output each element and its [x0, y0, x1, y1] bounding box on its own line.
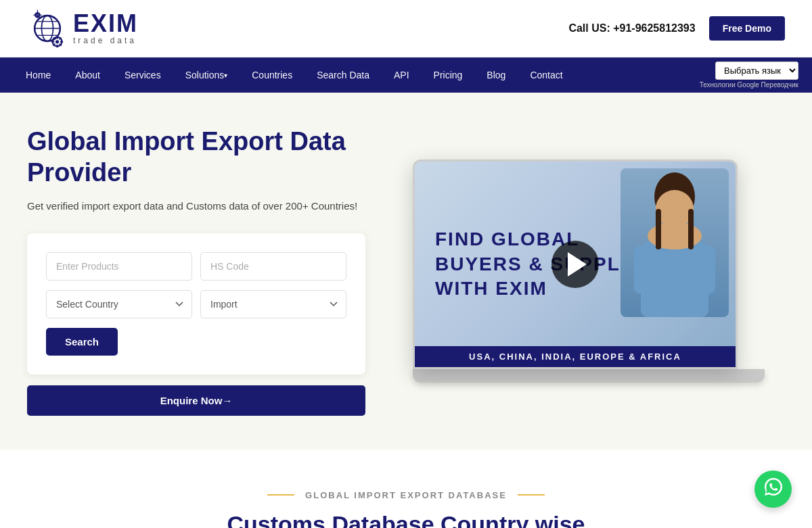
logo-brand: EXIM [73, 11, 138, 36]
video-frame: FIND GLOBALBUYERS & SUPPLIERSWITH EXIM [413, 160, 738, 369]
nav-about[interactable]: About [63, 57, 112, 93]
nav-countries[interactable]: Countries [240, 57, 304, 93]
nav-blog[interactable]: Blog [474, 57, 518, 93]
phone-number: +91-9625812393 [613, 22, 695, 34]
badge-line-left [267, 494, 294, 496]
header-right: Call US: +91-9625812393 Free Demo [568, 16, 785, 41]
nav-api[interactable]: API [382, 57, 422, 93]
form-row-3: Search [46, 328, 346, 356]
nav-home[interactable]: Home [14, 57, 63, 93]
header: EXIM trade data Call US: +91-9625812393 … [0, 0, 812, 57]
country-select[interactable]: Select Country USA China India Germany U… [46, 290, 192, 318]
laptop-container: FIND GLOBALBUYERS & SUPPLIERSWITH EXIM [413, 160, 765, 383]
hero-title: Global Import Export Data Provider [27, 126, 365, 188]
enquire-button[interactable]: Enquire Now→ [27, 385, 365, 416]
badge-line-right [518, 494, 545, 496]
svg-rect-21 [634, 246, 658, 293]
laptop-bottom [413, 369, 765, 383]
hero-subtitle: Get verified import export data and Cust… [27, 199, 365, 214]
logo-area: EXIM trade data [27, 8, 138, 49]
woman-image [621, 168, 729, 317]
nav-search-data[interactable]: Search Data [304, 57, 382, 93]
search-form-card: Select Country USA China India Germany U… [27, 233, 365, 375]
navbar: Home About Services Solutions Countries … [0, 57, 812, 93]
hscode-input[interactable] [200, 252, 346, 281]
global-section: GLOBAL IMPORT EXPORT DATABASE Customs Da… [0, 450, 812, 528]
logo-text: EXIM trade data [73, 11, 138, 45]
svg-rect-22 [692, 246, 715, 293]
whatsapp-icon [763, 476, 784, 502]
google-translate-credit: Технологии Google Переводчик [700, 81, 798, 89]
section-badge: GLOBAL IMPORT EXPORT DATABASE [27, 490, 785, 500]
svg-rect-27 [688, 209, 694, 249]
svg-point-25 [656, 190, 694, 228]
call-us-label: Call US: [568, 22, 610, 34]
language-selector-area: Выбрать язык English Russian Hindi Техно… [700, 62, 798, 89]
svg-rect-26 [656, 209, 661, 249]
products-input[interactable] [46, 252, 192, 281]
logo-icon [27, 8, 68, 49]
whatsapp-float-button[interactable] [754, 471, 792, 508]
badge-text: GLOBAL IMPORT EXPORT DATABASE [305, 490, 507, 500]
video-bottom-bar: USA, CHINA, INDIA, EUROPE & AFRICA [415, 346, 736, 367]
hero-left: Global Import Export Data Provider Get v… [27, 126, 365, 416]
nav-pricing[interactable]: Pricing [422, 57, 475, 93]
nav-services[interactable]: Services [112, 57, 173, 93]
form-row-1 [46, 252, 346, 281]
free-demo-button[interactable]: Free Demo [709, 16, 785, 41]
hero-right: FIND GLOBALBUYERS & SUPPLIERSWITH EXIM [392, 160, 785, 383]
hero-section: Global Import Export Data Provider Get v… [0, 93, 812, 450]
type-select[interactable]: Import Export [200, 290, 346, 318]
nav-solutions[interactable]: Solutions [173, 57, 240, 93]
svg-point-10 [55, 40, 59, 43]
section-title: Customs Database Country wise [27, 511, 785, 528]
play-button[interactable] [551, 241, 599, 288]
video-content: FIND GLOBALBUYERS & SUPPLIERSWITH EXIM [415, 162, 736, 367]
search-button[interactable]: Search [46, 328, 118, 356]
language-select[interactable]: Выбрать язык English Russian Hindi [715, 62, 798, 80]
form-row-2: Select Country USA China India Germany U… [46, 290, 346, 318]
call-us: Call US: +91-9625812393 [568, 22, 695, 34]
logo-tagline: trade data [73, 36, 138, 45]
nav-contact[interactable]: Contact [518, 57, 574, 93]
